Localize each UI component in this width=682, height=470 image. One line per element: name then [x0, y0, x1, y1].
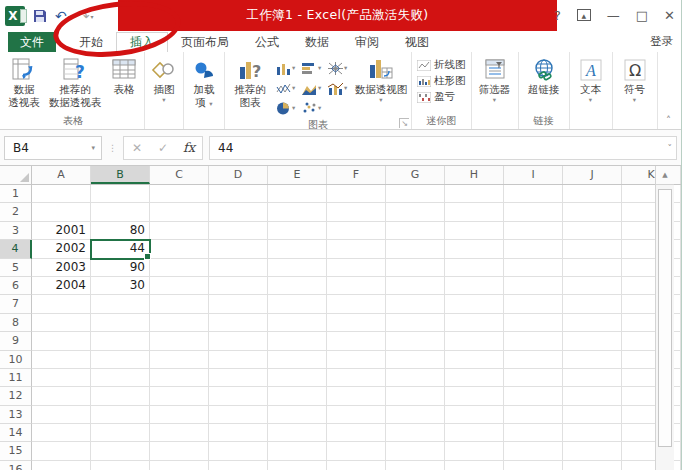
- cell-J7[interactable]: [563, 295, 622, 313]
- symbols-button[interactable]: Ω 符号 ▾: [614, 53, 656, 104]
- column-header-I[interactable]: I: [504, 166, 563, 184]
- cell-C10[interactable]: [150, 351, 209, 369]
- cell-I12[interactable]: [504, 387, 563, 405]
- cell-G3[interactable]: [386, 222, 445, 240]
- column-header-B[interactable]: B: [91, 166, 150, 184]
- cell-G2[interactable]: [386, 203, 445, 221]
- cell-E2[interactable]: [268, 203, 327, 221]
- row-header-8[interactable]: 8: [0, 314, 32, 332]
- column-header-E[interactable]: E: [268, 166, 327, 184]
- cell-I7[interactable]: [504, 295, 563, 313]
- cell-E6[interactable]: [268, 277, 327, 295]
- cell-J15[interactable]: [563, 442, 622, 460]
- expand-formula-bar-icon[interactable]: ˅: [668, 143, 677, 153]
- cell-D13[interactable]: [209, 406, 268, 424]
- cell-D12[interactable]: [209, 387, 268, 405]
- cell-H15[interactable]: [445, 442, 504, 460]
- cell-F8[interactable]: [327, 314, 386, 332]
- cell-A8[interactable]: [32, 314, 91, 332]
- column-header-A[interactable]: A: [32, 166, 91, 184]
- tab-insert[interactable]: 插入: [116, 32, 168, 52]
- sparkline-column-button[interactable]: 柱形图: [417, 74, 466, 88]
- tab-page-layout[interactable]: 页面布局: [168, 32, 242, 52]
- cell-E3[interactable]: [268, 222, 327, 240]
- row-header-16[interactable]: 16: [0, 461, 32, 470]
- cell-I16[interactable]: [504, 461, 563, 470]
- collapse-ribbon-button[interactable]: ˄: [666, 115, 671, 126]
- cell-F6[interactable]: [327, 277, 386, 295]
- cell-A6[interactable]: 2004: [32, 277, 91, 295]
- cell-D1[interactable]: [209, 185, 268, 203]
- cell-F15[interactable]: [327, 442, 386, 460]
- cell-G8[interactable]: [386, 314, 445, 332]
- cell-G12[interactable]: [386, 387, 445, 405]
- insert-column-chart-button[interactable]: ▾: [274, 62, 300, 75]
- cell-I11[interactable]: [504, 369, 563, 387]
- row-header-3[interactable]: 3: [0, 222, 32, 240]
- cell-G10[interactable]: [386, 351, 445, 369]
- row-header-13[interactable]: 13: [0, 406, 32, 424]
- add-ins-button[interactable]: 加载 项 ▾: [185, 53, 223, 110]
- cell-C14[interactable]: [150, 424, 209, 442]
- tab-view[interactable]: 视图: [392, 32, 442, 52]
- cell-E14[interactable]: [268, 424, 327, 442]
- column-header-H[interactable]: H: [445, 166, 504, 184]
- cell-I4[interactable]: [504, 240, 563, 258]
- cell-C6[interactable]: [150, 277, 209, 295]
- cell-A4[interactable]: 2002: [32, 240, 91, 258]
- row-header-11[interactable]: 11: [0, 369, 32, 387]
- cell-E8[interactable]: [268, 314, 327, 332]
- cell-F16[interactable]: [327, 461, 386, 470]
- cell-C2[interactable]: [150, 203, 209, 221]
- cell-B11[interactable]: [91, 369, 150, 387]
- cell-A15[interactable]: [32, 442, 91, 460]
- cell-B3[interactable]: 80: [91, 222, 150, 240]
- cell-I5[interactable]: [504, 259, 563, 277]
- column-header-D[interactable]: D: [209, 166, 268, 184]
- cell-D15[interactable]: [209, 442, 268, 460]
- cell-E13[interactable]: [268, 406, 327, 424]
- cell-A2[interactable]: [32, 203, 91, 221]
- cell-H7[interactable]: [445, 295, 504, 313]
- row-header-7[interactable]: 7: [0, 295, 32, 313]
- cell-F3[interactable]: [327, 222, 386, 240]
- cell-H16[interactable]: [445, 461, 504, 470]
- tab-data[interactable]: 数据: [292, 32, 342, 52]
- insert-stock-radar-chart-button[interactable]: ▾: [326, 62, 352, 75]
- insert-pie-chart-button[interactable]: ▾: [274, 102, 300, 115]
- cell-F11[interactable]: [327, 369, 386, 387]
- cell-A11[interactable]: [32, 369, 91, 387]
- cell-F10[interactable]: [327, 351, 386, 369]
- pivot-table-button[interactable]: 数据 透视表: [3, 53, 45, 108]
- cell-A13[interactable]: [32, 406, 91, 424]
- cell-A12[interactable]: [32, 387, 91, 405]
- cell-A3[interactable]: 2001: [32, 222, 91, 240]
- cell-J6[interactable]: [563, 277, 622, 295]
- cell-B12[interactable]: [91, 387, 150, 405]
- cell-H9[interactable]: [445, 332, 504, 350]
- row-header-10[interactable]: 10: [0, 351, 32, 369]
- cell-H2[interactable]: [445, 203, 504, 221]
- row-header-2[interactable]: 2: [0, 203, 32, 221]
- cell-I8[interactable]: [504, 314, 563, 332]
- cell-H4[interactable]: [445, 240, 504, 258]
- cell-C7[interactable]: [150, 295, 209, 313]
- cell-A9[interactable]: [32, 332, 91, 350]
- cell-D10[interactable]: [209, 351, 268, 369]
- cell-C16[interactable]: [150, 461, 209, 470]
- undo-button[interactable]: ↶ ▾: [55, 9, 71, 23]
- scroll-up-icon[interactable]: ▲: [656, 166, 674, 185]
- cell-F1[interactable]: [327, 185, 386, 203]
- cell-G15[interactable]: [386, 442, 445, 460]
- cell-B9[interactable]: [91, 332, 150, 350]
- cell-D7[interactable]: [209, 295, 268, 313]
- cell-F2[interactable]: [327, 203, 386, 221]
- cell-I1[interactable]: [504, 185, 563, 203]
- hyperlink-button[interactable]: 超链接: [520, 53, 568, 96]
- cell-G6[interactable]: [386, 277, 445, 295]
- row-header-1[interactable]: 1: [0, 185, 32, 203]
- pivot-chart-button[interactable]: 数据透视图 ▾: [352, 53, 410, 104]
- cell-G14[interactable]: [386, 424, 445, 442]
- ribbon-display-options-button[interactable]: ▲: [577, 9, 591, 21]
- insert-combo-chart-button[interactable]: ▾: [326, 82, 352, 95]
